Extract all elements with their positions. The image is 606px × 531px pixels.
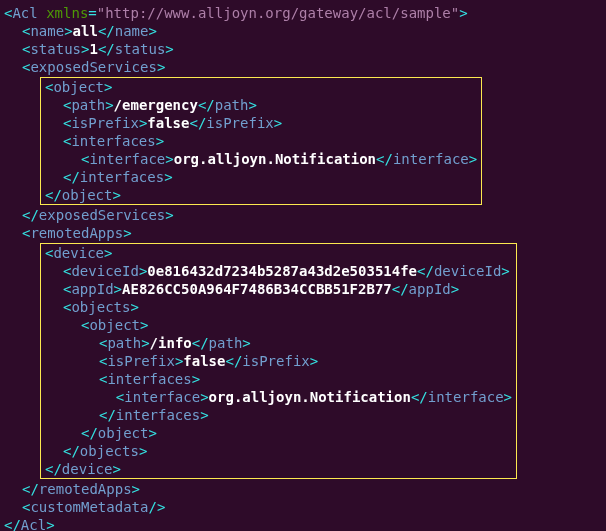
xml-line: </object> [45, 424, 512, 442]
xml-line: <interfaces> [45, 370, 512, 388]
highlight-box-remoted: <device> <deviceId>0e816432d7234b5287a43… [40, 243, 517, 479]
xml-line: <object> [45, 316, 512, 334]
attr-value: "http://www.alljoyn.org/gateway/acl/samp… [97, 5, 459, 21]
interface-value: org.alljoyn.Notification [174, 151, 376, 167]
xml-line: </interfaces> [45, 168, 477, 186]
xml-line: </interfaces> [45, 406, 512, 424]
xml-line: <exposedServices> [22, 58, 602, 76]
xml-line: <name>all</name> [22, 22, 602, 40]
highlight-box-exposed: <object> <path>/emergency</path> <isPref… [40, 77, 482, 205]
isprefix-value: false [183, 353, 225, 369]
path-value: /emergency [114, 97, 198, 113]
xml-line: <objects> [45, 298, 512, 316]
xml-line: </remotedApps> [22, 480, 602, 498]
xml-line: <isPrefix>false</isPrefix> [45, 352, 512, 370]
xml-line: <isPrefix>false</isPrefix> [45, 114, 477, 132]
deviceid-value: 0e816432d7234b5287a43d2e503514fe [147, 263, 417, 279]
xml-line: <remotedApps> [22, 224, 602, 242]
xml-line: <object> [45, 79, 112, 95]
interface-value: org.alljoyn.Notification [209, 389, 411, 405]
xml-line: </exposedServices> [22, 206, 602, 224]
xml-line: </objects> [45, 442, 512, 460]
xml-line: </object> [45, 187, 121, 203]
path-value: /info [150, 335, 192, 351]
xml-line: </device> [45, 461, 121, 477]
xml-line: <deviceId>0e816432d7234b5287a43d2e503514… [45, 262, 512, 280]
xml-line: </Acl> [4, 516, 602, 531]
status-value: 1 [89, 41, 97, 57]
xml-line: <Acl xmlns="http://www.alljoyn.org/gatew… [4, 4, 602, 22]
xml-line: <path>/emergency</path> [45, 96, 477, 114]
xml-line: <path>/info</path> [45, 334, 512, 352]
name-value: all [73, 23, 98, 39]
xml-line: <status>1</status> [22, 40, 602, 58]
xml-line: <appId>AE826CC50A964F7486B34CCBB51F2B77<… [45, 280, 512, 298]
xml-line: <interface>org.alljoyn.Notification</int… [45, 388, 512, 406]
xml-line: <interfaces> [45, 132, 477, 150]
xml-line: <customMetadata/> [22, 498, 602, 516]
appid-value: AE826CC50A964F7486B34CCBB51F2B77 [122, 281, 392, 297]
xml-line: <interface>org.alljoyn.Notification</int… [45, 150, 477, 168]
isprefix-value: false [147, 115, 189, 131]
xml-line: <device> [45, 245, 112, 261]
